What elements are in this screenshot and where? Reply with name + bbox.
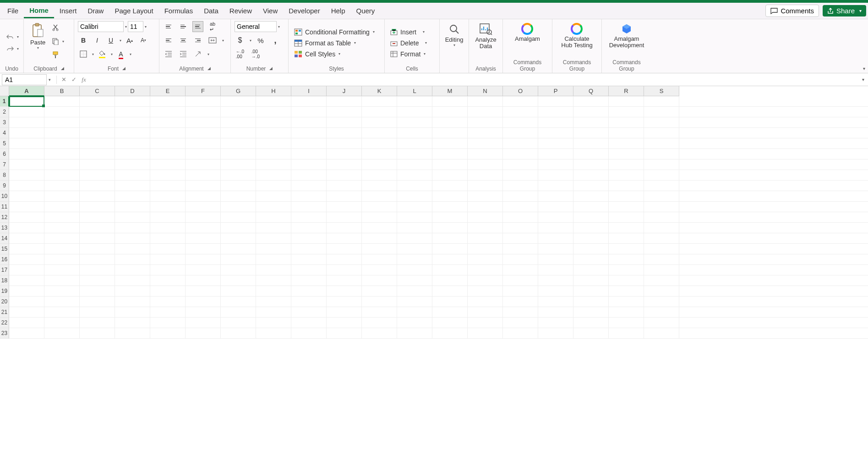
tab-view[interactable]: View [257,4,283,17]
decrease-indent-button[interactable] [163,49,174,60]
cell[interactable] [44,307,80,317]
cell[interactable] [150,96,186,106]
cell[interactable] [362,212,397,222]
cell[interactable] [503,138,538,148]
cell[interactable] [327,254,362,264]
cell[interactable] [44,202,80,212]
cell[interactable] [150,223,186,233]
row-header[interactable]: 5 [0,138,9,149]
cell[interactable] [397,233,432,243]
cell[interactable] [9,159,44,170]
cell[interactable] [644,328,679,338]
cell[interactable] [503,149,538,159]
align-center-button[interactable] [178,35,189,46]
cell[interactable] [115,191,150,201]
bold-button[interactable]: B [78,35,89,46]
cell[interactable] [397,297,432,307]
cell[interactable] [256,170,291,180]
column-header[interactable]: I [291,86,327,96]
cell[interactable] [115,244,150,254]
cell[interactable] [573,254,609,264]
cell[interactable] [468,181,503,191]
cell[interactable] [609,223,644,233]
cell[interactable] [573,159,609,170]
cell[interactable] [80,307,115,317]
row-header[interactable]: 11 [0,202,9,212]
cell[interactable] [609,128,644,138]
cell[interactable] [9,149,44,159]
cell[interactable] [44,96,80,106]
cell[interactable] [186,138,221,148]
cell[interactable] [44,265,80,275]
cell[interactable] [256,286,291,296]
cell[interactable] [397,117,432,127]
cell[interactable] [44,328,80,338]
cell[interactable] [327,107,362,117]
cell[interactable] [291,286,327,296]
cell[interactable] [468,191,503,201]
cell[interactable] [362,181,397,191]
cell[interactable] [327,233,362,243]
cell[interactable] [538,96,573,106]
row-header[interactable]: 15 [0,244,9,254]
cell[interactable] [186,191,221,201]
cell[interactable] [291,212,327,222]
cell[interactable] [9,244,44,254]
cell[interactable] [44,128,80,138]
cell[interactable] [468,265,503,275]
cell[interactable] [362,149,397,159]
row-header[interactable]: 10 [0,191,9,202]
cell[interactable] [80,96,115,106]
tab-review[interactable]: Review [224,4,257,17]
cell[interactable] [609,318,644,328]
cell[interactable] [609,328,644,338]
cell[interactable] [221,202,256,212]
cell[interactable] [291,117,327,127]
cell[interactable] [609,107,644,117]
cell[interactable] [432,244,468,254]
cell[interactable] [432,202,468,212]
cell[interactable] [327,138,362,148]
cell[interactable] [468,254,503,264]
calculate-hub-button[interactable]: Calculate Hub Testing [558,21,595,51]
column-header[interactable]: H [256,86,291,96]
cell[interactable] [468,117,503,127]
cell[interactable] [327,223,362,233]
cell[interactable] [44,170,80,180]
cell[interactable] [362,96,397,106]
cell[interactable] [538,307,573,317]
cell[interactable] [327,212,362,222]
borders-dropdown[interactable]: ▾ [92,52,94,56]
cell[interactable] [432,254,468,264]
cell[interactable] [503,202,538,212]
cell[interactable] [186,202,221,212]
cell[interactable] [44,254,80,264]
cell[interactable] [644,149,679,159]
cell[interactable] [362,244,397,254]
cell[interactable] [432,107,468,117]
cell[interactable] [573,244,609,254]
cell[interactable] [327,181,362,191]
cell[interactable] [362,275,397,286]
cell[interactable] [9,275,44,286]
cell[interactable] [538,149,573,159]
cell[interactable] [644,233,679,243]
cell[interactable] [609,181,644,191]
cell[interactable] [80,244,115,254]
cell[interactable] [291,170,327,180]
cell[interactable] [221,233,256,243]
row-header[interactable]: 1 [0,96,9,107]
cell[interactable] [468,138,503,148]
cell[interactable] [150,297,186,307]
tab-formulas[interactable]: Formulas [159,4,199,17]
cell[interactable] [291,318,327,328]
cell[interactable] [538,191,573,201]
row-header[interactable]: 4 [0,128,9,138]
cell-styles-button[interactable]: Cell Styles ▾ [292,49,342,59]
cell[interactable] [468,328,503,338]
cell[interactable] [291,149,327,159]
cell[interactable] [186,117,221,127]
cell[interactable] [115,181,150,191]
cell[interactable] [186,265,221,275]
cell[interactable] [397,223,432,233]
